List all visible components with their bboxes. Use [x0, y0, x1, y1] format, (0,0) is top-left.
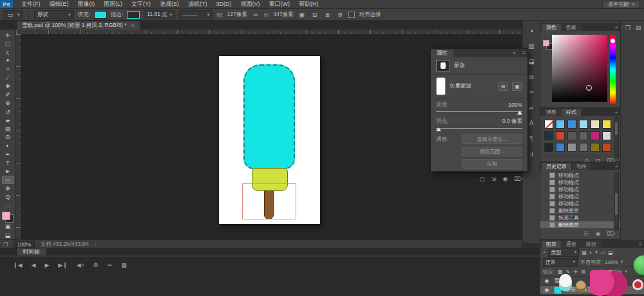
style-swatch[interactable]: [556, 120, 565, 129]
tool-preset-picker[interactable]: ▭ ▾: [3, 10, 23, 19]
menu-select[interactable]: 选择(S): [155, 0, 184, 8]
height-value[interactable]: 447像素: [273, 11, 293, 19]
history-step[interactable]: 删除图层: [540, 207, 620, 214]
type-tool[interactable]: T: [2, 158, 14, 167]
tool-mode-select[interactable]: 形状 ▾: [34, 10, 74, 19]
select-and-mask-button[interactable]: 选择并遮住...: [462, 134, 522, 144]
load-selection-icon[interactable]: ▢: [479, 176, 485, 182]
panel-menu-icon[interactable]: ≡: [615, 24, 618, 30]
style-swatch-none[interactable]: [544, 120, 553, 129]
crop-tool[interactable]: ⌗: [2, 65, 14, 73]
collapse-icon[interactable]: »: [513, 50, 516, 56]
path-operations-button[interactable]: ▣: [297, 11, 306, 19]
density-slider[interactable]: [436, 109, 522, 115]
history-brush-tool[interactable]: ↺: [2, 107, 14, 116]
panel-menu-icon[interactable]: ≡: [639, 241, 642, 247]
menu-help[interactable]: 帮助(H): [294, 0, 323, 8]
tab-layers[interactable]: 图层: [542, 241, 561, 248]
split-clip-scissors-icon[interactable]: ✂: [108, 262, 113, 268]
style-swatch[interactable]: [556, 131, 565, 140]
next-frame-button[interactable]: ▶❙: [58, 262, 67, 268]
lasso-tool[interactable]: ς: [2, 48, 14, 56]
menu-type[interactable]: 文字(Y): [127, 0, 155, 8]
filter-shape-icon[interactable]: ▭: [601, 250, 606, 255]
history-step[interactable]: 移动锚点: [540, 193, 620, 200]
path-arrangement-button[interactable]: ≣: [323, 11, 332, 19]
filter-adjustment-icon[interactable]: ◐: [589, 250, 592, 255]
style-swatch[interactable]: [544, 131, 553, 140]
transition-button[interactable]: ▦: [121, 262, 127, 268]
history-step[interactable]: 移动锚点: [540, 186, 620, 193]
feather-slider[interactable]: [436, 125, 522, 132]
style-swatch[interactable]: [579, 143, 588, 152]
first-frame-button[interactable]: ❙◀: [13, 262, 22, 268]
dock-collapse-icon[interactable]: ❐: [625, 24, 630, 31]
feather-slider-thumb[interactable]: [436, 127, 441, 131]
stroke-type-select[interactable]: ——— ▾: [179, 10, 213, 19]
healing-brush-tool[interactable]: ✚: [2, 82, 14, 90]
mini-foreground-swatch[interactable]: [543, 40, 549, 46]
menu-3d[interactable]: 3D(D): [212, 0, 236, 8]
scrollbar[interactable]: [614, 172, 619, 230]
menu-file[interactable]: 文件(F): [17, 0, 45, 8]
style-swatch[interactable]: [544, 143, 553, 152]
new-snapshot-camera-icon[interactable]: ◉: [595, 230, 600, 237]
style-swatch[interactable]: [591, 120, 600, 129]
align-edges-checkbox[interactable]: [348, 12, 355, 18]
tab-channels[interactable]: 通道: [562, 241, 581, 248]
pen-tool[interactable]: ✒: [2, 150, 14, 158]
menu-layer[interactable]: 图层(L): [99, 0, 127, 8]
style-swatch[interactable]: [602, 143, 611, 152]
panel-menu-icon[interactable]: ≡: [615, 109, 618, 115]
quick-mask-button[interactable]: ▣: [2, 223, 14, 231]
color-range-button[interactable]: 颜色范围...: [462, 147, 522, 156]
shape-settings-gear-icon[interactable]: ⚙: [336, 11, 345, 19]
history-step[interactable]: 移动锚点: [540, 179, 620, 186]
tab-styles[interactable]: 样式: [562, 109, 581, 116]
style-swatch[interactable]: [591, 131, 600, 140]
tab-paths[interactable]: 路径: [582, 241, 601, 248]
hue-marker[interactable]: [611, 39, 615, 43]
tab-actions[interactable]: 动作: [572, 163, 591, 170]
mini-color-wells[interactable]: [543, 40, 551, 48]
properties-tab[interactable]: 属性: [431, 50, 453, 57]
history-step[interactable]: 矩形工具: [540, 214, 620, 221]
workspace-switcher[interactable]: 基本功能 ▾: [602, 1, 640, 8]
hue-slider[interactable]: [610, 35, 616, 104]
tab-color[interactable]: 颜色: [542, 24, 561, 31]
style-swatch[interactable]: [567, 131, 576, 140]
clone-stamp-tool[interactable]: ⊕: [2, 99, 14, 107]
layer-filter-select[interactable]: 类型▾: [548, 248, 579, 257]
style-swatch[interactable]: [602, 120, 611, 129]
density-value[interactable]: 100%: [508, 102, 522, 108]
style-swatch[interactable]: [579, 131, 588, 140]
play-button[interactable]: ▶: [44, 262, 49, 268]
panel-menu-icon[interactable]: ≡: [615, 163, 618, 169]
stroke-width-field[interactable]: 11.61 点 ▾: [144, 10, 175, 19]
delete-mask-trash-icon[interactable]: ⌦: [514, 176, 522, 182]
tab-swatches[interactable]: 色板: [562, 24, 581, 31]
dodge-tool[interactable]: ◐: [2, 142, 14, 150]
menu-image[interactable]: 图像(I): [73, 0, 100, 8]
feather-value[interactable]: 0.0 像素: [502, 118, 522, 125]
more-tools-button[interactable]: …: [2, 201, 14, 209]
density-slider-thumb[interactable]: [517, 111, 522, 115]
close-icon[interactable]: ×: [131, 23, 135, 29]
panel-menu-icon[interactable]: ≡: [522, 50, 526, 56]
blend-mode-select[interactable]: 正常▾: [543, 258, 578, 266]
style-swatch[interactable]: [602, 131, 611, 140]
mask-visibility-eye-icon[interactable]: ◉: [502, 176, 507, 182]
history-step[interactable]: 移动锚点: [540, 200, 620, 207]
stroke-color-swatch[interactable]: [127, 11, 140, 19]
eyedropper-tool[interactable]: ∕: [2, 73, 14, 82]
rectangle-tool[interactable]: ▭: [2, 176, 14, 184]
add-pixel-mask-button[interactable]: ⊞: [498, 82, 508, 91]
audio-mute-button[interactable]: ◀»: [77, 262, 84, 268]
foreground-color-swatch[interactable]: [2, 212, 10, 220]
fill-color-swatch[interactable]: [94, 11, 107, 19]
previous-frame-button[interactable]: ◀: [31, 262, 35, 268]
tab-history[interactable]: 历史记录: [542, 163, 571, 170]
style-swatch[interactable]: [591, 143, 600, 152]
tab-adjustments[interactable]: 调整: [542, 109, 561, 116]
style-swatch[interactable]: [579, 120, 588, 129]
